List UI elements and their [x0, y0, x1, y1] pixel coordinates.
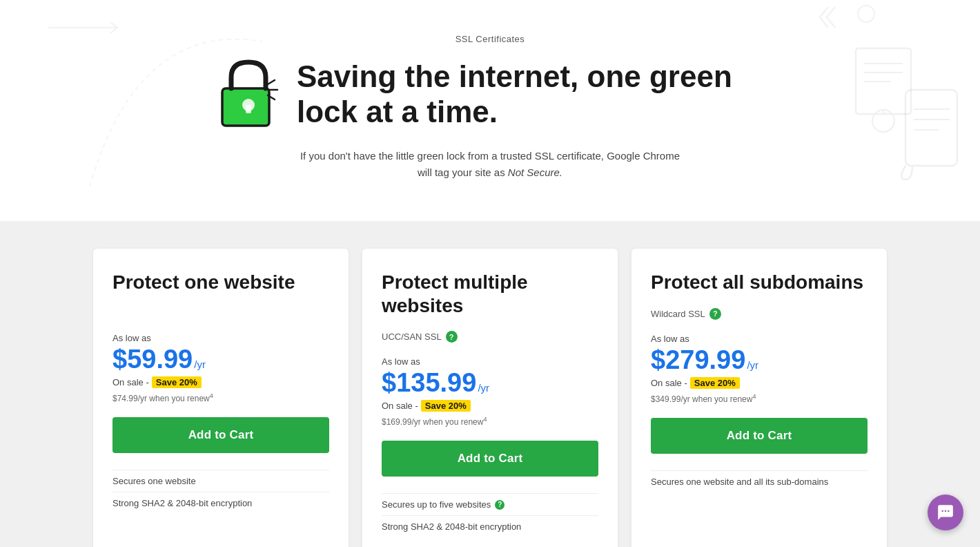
add-to-cart-button-single[interactable]: Add to Cart [112, 417, 329, 453]
pricing-card-single: Protect one website As low as $59.99 /yr… [93, 249, 349, 547]
price-period-subdomains: /yr [747, 359, 758, 371]
help-icon-feature[interactable]: ? [495, 500, 504, 510]
feature-item: Strong SHA2 & 2048-bit encryption [112, 492, 329, 514]
renew-line-single: $74.99/yr when you renew4 [112, 392, 329, 403]
svg-rect-8 [905, 90, 957, 166]
hero-content: Saving the internet, one green lock at a… [214, 55, 766, 134]
as-low-as-multiple: As low as [382, 356, 598, 367]
feature-item: Secures one website [112, 470, 329, 492]
deco-scroll [897, 76, 966, 186]
renew-line-subdomains: $349.99/yr when you renew4 [651, 393, 868, 404]
card-type-subdomains: Wildcard SSL ? [651, 308, 868, 320]
save-badge-subdomains: Save 20% [690, 377, 740, 389]
add-to-cart-button-subdomains[interactable]: Add to Cart [651, 418, 868, 454]
svg-point-1 [858, 6, 874, 22]
price-main-multiple: $135.99 [382, 370, 476, 396]
hero-description: If you don't have the little green lock … [297, 148, 683, 181]
pricing-grid: Protect one website As low as $59.99 /yr… [76, 249, 904, 547]
price-period-multiple: /yr [478, 382, 489, 394]
save-badge-single: Save 20% [152, 376, 202, 388]
deco-double-chevron [814, 3, 842, 31]
pricing-section: Protect one website As low as $59.99 /yr… [0, 221, 980, 547]
on-sale-line-subdomains: On sale - Save 20% [651, 377, 868, 389]
price-line-multiple: $135.99 /yr [382, 370, 598, 396]
on-sale-line-multiple: On sale - Save 20% [382, 400, 598, 412]
price-line-single: $59.99 /yr [112, 346, 329, 372]
feature-item: Strong SHA2 & 2048-bit encryption [382, 515, 598, 537]
feature-list-subdomains: Secures one website and all its sub-doma… [651, 470, 868, 492]
deco-dotted-curve [83, 14, 276, 193]
hero-title: Saving the internet, one green lock at a… [297, 59, 766, 129]
hero-section: SSL Certificates Saving the internet, on… [0, 0, 980, 221]
deco-circle-top [856, 3, 876, 24]
pricing-card-multiple: Protect multiple websites UCC/SAN SSL ? … [362, 249, 618, 547]
feature-list-multiple: Secures up to five websites ?Strong SHA2… [382, 493, 598, 537]
chat-icon [937, 503, 954, 521]
price-period-single: /yr [194, 358, 206, 370]
hero-subtitle: SSL Certificates [455, 34, 525, 44]
feature-item: Secures up to five websites ? [382, 493, 598, 515]
live-chat-button[interactable] [928, 495, 963, 530]
add-to-cart-button-multiple[interactable]: Add to Cart [382, 441, 598, 477]
save-badge-multiple: Save 20% [421, 400, 471, 412]
pricing-card-subdomains: Protect all subdomains Wildcard SSL ? As… [631, 249, 887, 547]
help-icon-subdomains[interactable]: ? [709, 308, 721, 320]
card-title-multiple: Protect multiple websites [382, 271, 598, 317]
feature-item: Secures one website and all its sub-doma… [651, 470, 868, 492]
card-title-subdomains: Protect all subdomains [651, 271, 868, 294]
price-line-subdomains: $279.99 /yr [651, 347, 868, 373]
renew-line-multiple: $169.99/yr when you renew4 [382, 416, 598, 427]
feature-list-single: Secures one websiteStrong SHA2 & 2048-bi… [112, 470, 329, 514]
price-main-subdomains: $279.99 [651, 347, 745, 373]
as-low-as-single: As low as [112, 333, 329, 343]
card-title-single: Protect one website [112, 271, 329, 294]
as-low-as-subdomains: As low as [651, 334, 868, 344]
price-main-single: $59.99 [112, 346, 193, 372]
card-type-multiple: UCC/SAN SSL ? [382, 331, 598, 343]
on-sale-line-single: On sale - Save 20% [112, 376, 329, 388]
help-icon-multiple[interactable]: ? [446, 331, 458, 343]
